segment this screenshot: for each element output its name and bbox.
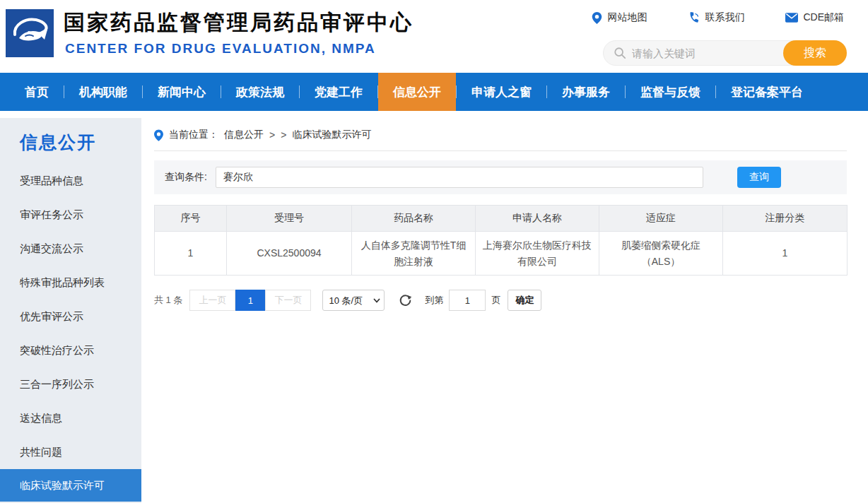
- sidebar-item-communication[interactable]: 沟通交流公示: [0, 232, 141, 266]
- nav-item-registration-platform[interactable]: 登记备案平台: [716, 73, 818, 111]
- breadcrumb-section-link[interactable]: 信息公开: [224, 129, 264, 141]
- location-pin-icon: [592, 12, 602, 24]
- cde-mail-link[interactable]: CDE邮箱: [785, 11, 844, 24]
- results-table: 序号 受理号 药品名称 申请人名称 适应症 注册分类 1 CXSL2500094…: [154, 205, 848, 276]
- breadcrumb-prefix: 当前位置：: [169, 129, 218, 141]
- page-number-button[interactable]: 1: [235, 290, 265, 311]
- contact-us-link[interactable]: 联系我们: [688, 11, 744, 24]
- page-size-select[interactable]: 10 条/页: [322, 290, 385, 311]
- search-input[interactable]: [632, 47, 783, 59]
- sidebar-info-disclosure: 信息公开 受理品种信息 审评任务公示 沟通交流公示 特殊审批品种列表 优先审评公…: [0, 118, 141, 503]
- confirm-button[interactable]: 确定: [508, 290, 541, 311]
- sitemap-link[interactable]: 网站地图: [592, 11, 647, 24]
- nav-item-supervision[interactable]: 监督与反馈: [626, 73, 715, 111]
- envelope-icon: [785, 13, 798, 23]
- sidebar-item-breakthrough-therapy[interactable]: 突破性治疗公示: [0, 333, 141, 367]
- sidebar-item-priority-review[interactable]: 优先审评公示: [0, 300, 141, 333]
- sidebar-item-common-issues[interactable]: 共性问题: [0, 435, 141, 469]
- refresh-icon[interactable]: [399, 294, 412, 307]
- sidebar-item-review-tasks[interactable]: 审评任务公示: [0, 198, 141, 232]
- cde-mail-label: CDE邮箱: [803, 11, 844, 24]
- breadcrumb-separator: >: [281, 129, 286, 141]
- nav-item-services[interactable]: 办事服务: [547, 73, 625, 111]
- sidebar-item-special-approval[interactable]: 特殊审批品种列表: [0, 266, 141, 300]
- pagination-total: 共 1 条: [154, 294, 182, 307]
- sidebar-item-delivery-info[interactable]: 送达信息: [0, 401, 141, 435]
- nav-item-functions[interactable]: 机构职能: [64, 73, 142, 111]
- pagination: 共 1 条 上一页 1 下一页 10 条/页 到第 页 确定: [154, 290, 847, 311]
- cell-drug-name: 人自体多克隆调节性T细胞注射液: [352, 232, 476, 276]
- cell-registration-class: 1: [723, 232, 848, 276]
- next-page-button[interactable]: 下一页: [265, 290, 311, 311]
- col-header-acceptance-no: 受理号: [227, 206, 352, 232]
- page-unit-label: 页: [491, 294, 500, 307]
- sidebar-title: 信息公开: [20, 131, 141, 154]
- query-button[interactable]: 查询: [737, 167, 781, 188]
- location-pin-icon: [154, 129, 163, 141]
- nav-item-home[interactable]: 首页: [10, 73, 64, 111]
- table-header-row: 序号 受理号 药品名称 申请人名称 适应症 注册分类: [155, 206, 848, 232]
- breadcrumb: 当前位置： 信息公开 > > 临床试验默示许可: [154, 129, 847, 151]
- nav-item-info-disclosure[interactable]: 信息公开: [378, 73, 456, 111]
- goto-page-label: 到第: [425, 294, 443, 307]
- site-subtitle: CENTER FOR DRUG EVALUATION, NMPA: [65, 41, 376, 57]
- query-form: 查询条件: 查询: [154, 160, 847, 194]
- cell-applicant: 上海赛尔欣生物医疗科技有限公司: [476, 232, 599, 276]
- goto-page-input[interactable]: [449, 290, 486, 311]
- query-label: 查询条件:: [165, 171, 207, 184]
- search-button[interactable]: 搜索: [783, 40, 847, 66]
- cell-acceptance-no: CXSL2500094: [227, 232, 352, 276]
- col-header-index: 序号: [155, 206, 227, 232]
- nav-item-applicant-window[interactable]: 申请人之窗: [457, 73, 546, 111]
- site-search-bar: 搜索: [603, 40, 847, 66]
- col-header-indication: 适应症: [599, 206, 723, 232]
- main-content: 当前位置： 信息公开 > > 临床试验默示许可 查询条件: 查询 序号 受理号 …: [154, 111, 847, 311]
- nav-item-party[interactable]: 党建工作: [300, 73, 377, 111]
- sitemap-label: 网站地图: [607, 11, 647, 24]
- search-icon: [614, 47, 626, 59]
- cde-logo-icon: [6, 9, 54, 57]
- sidebar-item-three-in-one[interactable]: 三合一序列公示: [0, 367, 141, 401]
- sidebar-item-clinical-trial-implied-license[interactable]: 临床试验默示许可: [0, 469, 141, 502]
- sidebar-item-accepted-varieties[interactable]: 受理品种信息: [0, 164, 141, 198]
- main-nav: 首页 机构职能 新闻中心 政策法规 党建工作 信息公开 申请人之窗 办事服务 监…: [0, 73, 868, 111]
- site-title: 国家药品监督管理局药品审评中心: [64, 8, 414, 37]
- prev-page-button[interactable]: 上一页: [189, 290, 235, 311]
- nav-item-news[interactable]: 新闻中心: [143, 73, 221, 111]
- col-header-drug-name: 药品名称: [352, 206, 476, 232]
- col-header-registration-class: 注册分类: [723, 206, 848, 232]
- col-header-applicant: 申请人名称: [476, 206, 599, 232]
- phone-icon: [688, 12, 700, 24]
- table-row: 1 CXSL2500094 人自体多克隆调节性T细胞注射液 上海赛尔欣生物医疗科…: [155, 232, 848, 276]
- breadcrumb-separator: >: [269, 129, 275, 141]
- site-header: 国家药品监督管理局药品审评中心 CENTER FOR DRUG EVALUATI…: [0, 0, 868, 73]
- nav-item-policy[interactable]: 政策法规: [221, 73, 299, 111]
- page-size-select-wrap: 10 条/页: [322, 290, 385, 311]
- cell-index: 1: [155, 232, 227, 276]
- contact-us-label: 联系我们: [705, 11, 744, 24]
- cell-indication: 肌萎缩侧索硬化症（ALS）: [599, 232, 723, 276]
- header-quick-links: 网站地图 联系我们 CDE邮箱: [592, 11, 844, 24]
- query-input[interactable]: [216, 167, 703, 188]
- breadcrumb-current[interactable]: 临床试验默示许可: [292, 129, 371, 141]
